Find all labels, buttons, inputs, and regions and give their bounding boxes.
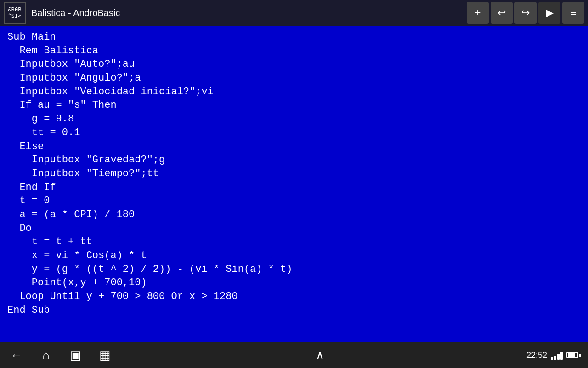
code-content: Sub Main Rem Balistica Inputbox "Auto?";… [7,30,581,317]
battery-icon [566,352,581,358]
add-button[interactable]: + [467,2,489,24]
logo-line1: &R0B [8,6,22,13]
signal-bar-3 [557,354,560,360]
signal-bar-2 [554,356,556,360]
status-area: 22:52 [526,351,581,360]
time-display: 22:52 [526,351,547,360]
recent-button[interactable]: ▣ [66,346,85,364]
menu-button[interactable]: ≡ [562,2,584,24]
app-title: Balistica - AndroBasic [31,8,467,18]
code-area[interactable]: Sub Main Rem Balistica Inputbox "Auto?";… [0,26,588,342]
bottom-center-controls: ∧ [316,348,324,362]
home-button[interactable]: ⌂ [37,346,55,364]
signal-bar-1 [551,357,553,360]
up-button[interactable]: ∧ [316,348,324,362]
bottom-left-controls: ← ⌂ ▣ ▦ [7,346,114,364]
signal-bar-4 [560,352,563,360]
redo-button[interactable]: ↪ [514,2,537,24]
app-logo: &R0B ^SI< [4,2,26,24]
top-bar: &R0B ^SI< Balistica - AndroBasic + ↩ ↪ ▶… [0,0,588,26]
qr-button[interactable]: ▦ [96,346,114,364]
bottom-bar: ← ⌂ ▣ ▦ ∧ 22:52 [0,342,588,368]
back-button[interactable]: ← [7,346,26,364]
toolbar-buttons: + ↩ ↪ ▶ ≡ [467,2,584,24]
undo-button[interactable]: ↩ [491,2,513,24]
logo-line2: ^SI< [8,13,22,19]
play-button[interactable]: ▶ [538,2,560,24]
signal-icon [551,351,563,360]
